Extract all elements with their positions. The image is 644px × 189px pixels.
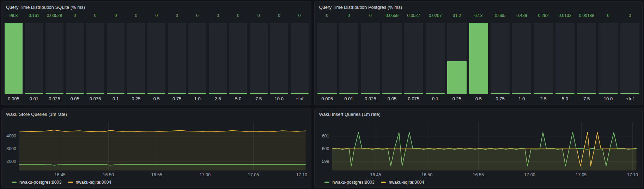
bar-fill: [426, 93, 445, 94]
x-axis-tick-label: 17:10: [296, 172, 307, 177]
bar-fill: [361, 93, 380, 94]
legend-item-nwaku-postgres:8003[interactable]: nwaku-postgres:8003: [12, 180, 62, 185]
bar-value-label: 0.161: [25, 12, 43, 19]
insert-queries-plot-area[interactable]: 59960060116:4516:5016:5517:0017:0517:10: [332, 122, 637, 170]
bar-bucket-label: 0.05: [66, 94, 84, 103]
legend-item-nwaku-sqlite:8004[interactable]: nwaku-sqlite:8004: [381, 180, 424, 185]
bar-column: 0.6650.75: [491, 12, 510, 103]
bar-track: [404, 23, 423, 94]
bar-fill: [147, 93, 165, 94]
bar-value-label: 0.0132: [555, 12, 575, 19]
panel-title-sqlite-distribution[interactable]: Query Time Distribution SQLite (% ms): [2, 2, 311, 12]
bar-value-label: 0: [599, 12, 618, 19]
legend-color-dash: [324, 182, 329, 183]
bar-column: 00.005: [317, 12, 336, 103]
x-axis-tick-label: 16:55: [151, 172, 162, 177]
legend-item-nwaku-sqlite:8004[interactable]: nwaku-sqlite:8004: [68, 180, 111, 185]
bar-fill: [382, 93, 401, 94]
bar-bucket-label: 0.075: [86, 94, 104, 103]
panel-title-store-queries[interactable]: Waku Store Queries (1m rate): [2, 109, 311, 119]
bar-value-label: 0: [250, 12, 268, 19]
bar-bucket-label: 0.075: [404, 94, 423, 103]
bar-track: [107, 23, 125, 94]
store-queries-plot-area[interactable]: 20003000400016:4516:5016:5517:0017:0517:…: [19, 122, 305, 170]
time-series-canvas: [332, 122, 637, 170]
bar-column: 99.80.005: [5, 12, 23, 103]
bar-value-label: 0: [66, 12, 84, 19]
bar-bucket-label: 0.025: [361, 94, 380, 103]
bar-column: 0.2922.5: [534, 12, 553, 103]
bar-column: 67.30.5: [469, 12, 488, 103]
bar-column: 00.025: [361, 12, 380, 103]
bar-bucket-label: 7.5: [577, 94, 596, 103]
bar-bucket-label: 10.0: [270, 94, 288, 103]
x-axis-tick-label: 16:50: [421, 172, 432, 177]
bar-value-label: 67.3: [469, 12, 488, 19]
bar-track: [250, 23, 268, 94]
bar-value-label: 0: [229, 12, 247, 19]
bar-column: 00.5: [147, 12, 165, 103]
bar-track: [382, 23, 401, 94]
y-axis-tick-label: 601: [322, 134, 329, 138]
legend-series-label: nwaku-postgres:8003: [19, 180, 62, 185]
bar-column: 0.001887.5: [577, 12, 596, 103]
bar-column: 0+Inf: [620, 12, 639, 103]
bar-fill: [404, 93, 423, 94]
y-axis-tick-label: 599: [322, 159, 329, 164]
bar-track: [491, 23, 510, 94]
bar-fill: [339, 93, 358, 94]
bar-fill: [599, 93, 618, 94]
bar-value-label: 0.0207: [426, 12, 445, 19]
bar-column: 00.075: [86, 12, 104, 103]
bar-track: [339, 23, 358, 94]
bar-fill: [45, 93, 63, 94]
bar-bucket-label: 10.0: [599, 94, 618, 103]
y-axis-tick-label: 4000: [6, 134, 16, 138]
bar-bucket-label: 0.5: [469, 94, 488, 103]
bar-track: [66, 23, 84, 94]
bar-track: [317, 23, 336, 94]
bar-bucket-label: 5.0: [555, 94, 575, 103]
bar-fill: [168, 93, 186, 94]
grafana-dashboard: Query Time Distribution SQLite (% ms) 99…: [0, 0, 644, 189]
legend-item-nwaku-postgres:8003[interactable]: nwaku-postgres:8003: [324, 180, 375, 185]
bar-track: [168, 23, 186, 94]
bar-fill: [209, 93, 227, 94]
bar-track: [599, 23, 618, 94]
legend-series-label: nwaku-postgres:8003: [332, 180, 375, 185]
bar-value-label: 0: [107, 12, 125, 19]
bar-fill: [229, 93, 247, 94]
panel-waku-insert-queries: Waku Insert Queries (1m rate) 5996006011…: [314, 108, 643, 188]
bar-fill: [555, 93, 575, 94]
panel-query-time-distribution-sqlite: Query Time Distribution SQLite (% ms) 99…: [1, 1, 311, 105]
bar-bucket-label: 0.01: [339, 94, 358, 103]
bar-value-label: 0: [361, 12, 380, 19]
bar-track: [512, 23, 531, 94]
bar-bucket-label: +Inf: [620, 94, 639, 103]
bar-track: [620, 23, 639, 94]
panel-title-insert-queries[interactable]: Waku Insert Queries (1m rate): [315, 109, 642, 119]
bar-track: [270, 23, 288, 94]
panel-title-postgres-distribution[interactable]: Query Time Distribution Postgres (% ms): [315, 2, 642, 12]
bar-column: 0.01325.0: [555, 12, 575, 103]
bar-gauge-postgres: 00.00500.0100.0250.06590.050.05270.0750.…: [315, 12, 642, 105]
bar-fill: [270, 93, 288, 94]
bar-value-label: 0: [317, 12, 336, 19]
bar-column: 00.01: [339, 12, 358, 103]
time-series-canvas: [19, 122, 305, 170]
bar-value-label: 0.292: [534, 12, 553, 19]
panel-waku-store-queries: Waku Store Queries (1m rate) 20003000400…: [1, 108, 311, 188]
bar-bucket-label: +Inf: [291, 94, 309, 103]
bar-value-label: 0.0659: [382, 12, 401, 19]
x-axis-tick-label: 17:05: [248, 172, 259, 177]
bar-bucket-label: 0.75: [168, 94, 186, 103]
bar-column: 0.02070.1: [426, 12, 445, 103]
bar-track: [45, 23, 63, 94]
bar-track: [426, 23, 445, 94]
bar-bucket-label: 2.5: [209, 94, 227, 103]
y-axis-tick-label: 600: [322, 146, 329, 151]
bar-bucket-label: 0.025: [45, 94, 63, 103]
bar-fill: [25, 93, 43, 94]
bar-column: 07.5: [250, 12, 268, 103]
bar-track: [534, 23, 553, 94]
